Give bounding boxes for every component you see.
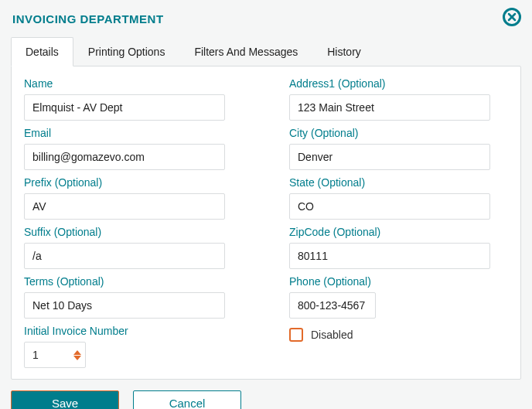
label-suffix: Suffix (Optional) xyxy=(24,226,243,238)
disabled-checkbox[interactable] xyxy=(289,328,303,342)
label-terms: Terms (Optional) xyxy=(24,275,243,288)
tab-history[interactable]: History xyxy=(312,37,376,66)
spinner-up-icon[interactable] xyxy=(73,350,81,355)
tab-filters-and-messages[interactable]: Filters And Messages xyxy=(179,37,312,66)
label-address1: Address1 (Optional) xyxy=(289,77,508,90)
suffix-input[interactable] xyxy=(24,243,225,269)
prefix-input[interactable] xyxy=(24,193,225,220)
left-column: Name Email Prefix (Optional) Suffix (Opt… xyxy=(24,77,243,368)
label-name: Name xyxy=(24,77,243,90)
name-input[interactable] xyxy=(24,94,225,121)
label-initial-invoice: Initial Invoice Number xyxy=(24,325,243,337)
tab-printing-options[interactable]: Printing Options xyxy=(73,37,180,66)
invoicing-dept-dialog: INVOICING DEPARTMENT Details Printing Op… xyxy=(0,0,532,409)
number-spinner xyxy=(73,345,81,365)
state-input[interactable] xyxy=(289,193,490,220)
spinner-down-icon[interactable] xyxy=(73,356,81,360)
close-icon xyxy=(507,12,517,22)
terms-input[interactable] xyxy=(24,292,225,319)
label-disabled: Disabled xyxy=(311,329,353,341)
details-panel: Name Email Prefix (Optional) Suffix (Opt… xyxy=(11,66,521,380)
label-prefix: Prefix (Optional) xyxy=(24,176,243,189)
label-zipcode: ZipCode (Optional) xyxy=(289,226,508,238)
label-city: City (Optional) xyxy=(289,127,508,139)
tab-details[interactable]: Details xyxy=(11,37,73,66)
cancel-button[interactable]: Cancel xyxy=(133,390,241,409)
zipcode-input[interactable] xyxy=(289,243,490,269)
dialog-footer: Save Cancel xyxy=(11,390,521,409)
right-column: Address1 (Optional) City (Optional) Stat… xyxy=(289,77,508,368)
address1-input[interactable] xyxy=(289,94,490,121)
save-button[interactable]: Save xyxy=(11,390,119,409)
label-email: Email xyxy=(24,127,243,139)
label-phone: Phone (Optional) xyxy=(289,275,508,288)
close-button[interactable] xyxy=(503,8,521,26)
tab-strip: Details Printing Options Filters And Mes… xyxy=(11,36,521,66)
email-input[interactable] xyxy=(24,144,225,170)
city-input[interactable] xyxy=(289,144,490,170)
dialog-title: INVOICING DEPARTMENT xyxy=(12,12,521,26)
label-state: State (Optional) xyxy=(289,176,508,189)
phone-input[interactable] xyxy=(289,292,376,319)
